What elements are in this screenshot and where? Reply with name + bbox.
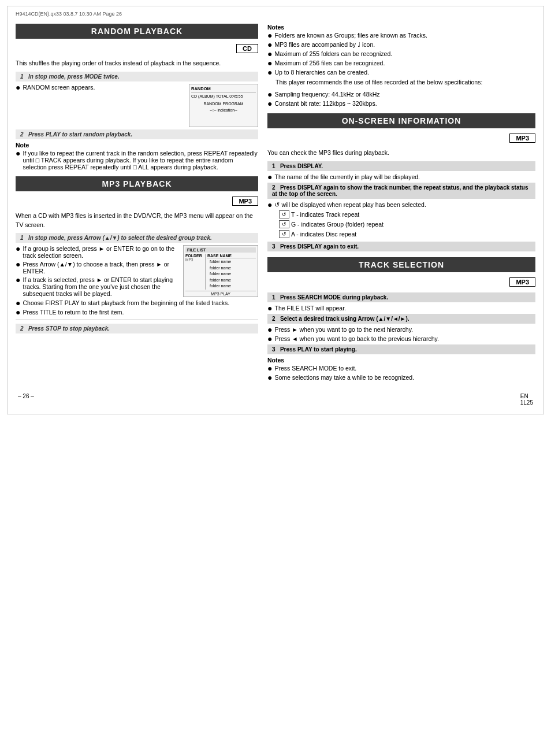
filelist-cols: FOLDER MP3 BASE NAME folder name folder … (185, 254, 256, 290)
mp3-step1-label: In stop mode, press Arrow (▲/▼) to selec… (28, 235, 212, 241)
track-note1: ● Press SEARCH MODE to exit. (267, 365, 535, 372)
random-intro: This shuffles the playing order of track… (16, 59, 258, 68)
random-step1-number: 1 (20, 73, 24, 80)
track-bullet3: ● Press ◄ when you want to go back to th… (267, 335, 535, 343)
track-step3-number: 3 (272, 346, 276, 353)
onscreen-title: ON-SCREEN INFORMATION (267, 113, 535, 128)
filelist-rows: folder name folder name folder name fold… (207, 259, 256, 290)
mp3-title: MP3 PLAYBACK (16, 176, 258, 191)
onscreen-section: ON-SCREEN INFORMATION MP3 You can check … (267, 113, 535, 251)
mp3-bullet4-text: Choose FIRST PLAY to start playback from… (23, 299, 229, 306)
onscreen-step1-label: Press DISPLAY. (280, 163, 323, 169)
track-step2-number: 2 (272, 316, 276, 322)
filelist-col2-area: BASE NAME folder name folder name folder… (206, 254, 256, 290)
random-step2: 2 Press PLAY to start random playback. (16, 129, 258, 139)
mp3-step1: 1 In stop mode, press Arrow (▲/▼) to sel… (16, 233, 258, 243)
notes-bullet4: ● Maximum of 256 files can be recognized… (267, 60, 535, 67)
random-bullet1: ● RANDOM screen appears. (16, 84, 184, 91)
random-title: RANDOM PLAYBACK (16, 24, 258, 39)
random-screen: RANDOM CD (ALBUM) TOTAL 0:45:55 RANDOM P… (189, 84, 258, 127)
track-step1: 1 Press SEARCH MODE during playback. (267, 292, 535, 302)
track-step3-label: Press PLAY to start playing. (280, 346, 357, 353)
notes-bullet7: ● Constant bit rate: 112kbps ~ 320kbps. (267, 100, 535, 108)
random-bullet1-text: RANDOM screen appears. (23, 84, 95, 91)
notes-bullet6: ● Sampling frequency: 44.1kHz or 48kHz (267, 91, 535, 98)
onscreen-step3-label: Press DISPLAY again to exit. (280, 243, 359, 250)
mp3-step1-number: 1 (20, 235, 24, 241)
filelist-screen: FILE LIST FOLDER MP3 BASE NAME folder na… (183, 245, 258, 297)
notes-bullet2: ● MP3 files are accompanied by ♩ icon. (267, 41, 535, 49)
left-column: RANDOM PLAYBACK CD This shuffles the pla… (16, 24, 258, 387)
onscreen-step1: 1 Press DISPLAY. (267, 161, 535, 171)
page-container: H9414CD(EN).qx33 03.8.7 10:30 AM Page 26… (7, 6, 544, 414)
onscreen-bullet2-text: ↺ will be displayed when repeat play has… (274, 201, 426, 208)
track-notes-label: Notes (267, 357, 535, 364)
mp3-step2-number: 2 (20, 325, 24, 332)
main-content: RANDOM PLAYBACK CD This shuffles the pla… (16, 24, 535, 387)
mp3-bullet5-text: Press TITLE to return to the first item. (23, 309, 124, 316)
repeat-icon-2: ↺ (279, 220, 289, 228)
right-column: Notes ● Folders are known as Groups; fil… (267, 24, 535, 387)
mp3-section: MP3 PLAYBACK MP3 When a CD with MP3 file… (16, 176, 258, 334)
mp3-badge-row: MP3 (16, 195, 258, 209)
mp3-bullet4: ● Choose FIRST PLAY to start playback fr… (16, 299, 258, 307)
random-badge-row: CD (16, 42, 258, 57)
track-bullet1: ● The FILE LIST will appear. (267, 305, 535, 312)
repeat-row1: ↺ T - indicates Track repeat (279, 210, 535, 218)
mp3-intro: When a CD with MP3 files is inserted in … (16, 212, 258, 230)
repeat-icon-1: ↺ (279, 210, 289, 218)
notes-section: Notes ● Folders are known as Groups; fil… (267, 24, 535, 108)
track-step2: 2 Select a desired track using Arrow (▲/… (267, 314, 535, 324)
notes-label: Notes (267, 24, 535, 31)
track-title: TRACK SELECTION (267, 257, 535, 272)
random-section: RANDOM PLAYBACK CD This shuffles the pla… (16, 24, 258, 171)
repeat-label-2: G - indicates Group (folder) repeat (291, 221, 384, 228)
onscreen-bullet2: ● ↺ will be displayed when repeat play h… (267, 201, 535, 209)
notes-spec-intro: This player recommends the use of files … (276, 78, 535, 87)
mp3-divider (16, 320, 258, 320)
random-step2-label: Press PLAY to start random playback. (28, 131, 132, 138)
track-bullet1-text: The FILE LIST will appear. (274, 305, 346, 312)
onscreen-step3: 3 Press DISPLAY again to exit. (267, 242, 535, 251)
onscreen-step2-label: Press DISPLAY again to show the track nu… (272, 184, 528, 197)
page-footer: – 26 – EN1L25 (16, 393, 535, 406)
random-step1-content: RANDOM CD (ALBUM) TOTAL 0:45:55 RANDOM P… (16, 84, 258, 129)
random-step1: 1 In stop mode, press MODE twice. (16, 72, 258, 81)
random-step2-number: 2 (20, 131, 24, 138)
onscreen-step2: 2 Press DISPLAY again to show the track … (267, 183, 535, 199)
onscreen-step3-number: 3 (272, 243, 276, 250)
track-section: TRACK SELECTION MP3 1 Press SEARCH MODE … (267, 257, 535, 381)
repeat-label-1: T - indicates Track repeat (291, 211, 359, 218)
random-screen-title: RANDOM (191, 86, 256, 92)
notes-bullet1: ● Folders are known as Groups; files are… (267, 32, 535, 39)
random-screen-line1: CD (ALBUM) TOTAL 0:45:55 (191, 94, 256, 99)
mp3-bullet3-text: If a track is selected, press ► or ENTER… (23, 276, 178, 297)
track-step1-label: Press SEARCH MODE during playback. (280, 294, 388, 301)
repeat-icon-3: ↺ (279, 230, 289, 238)
track-note2: ● Some selections may take a while to be… (267, 374, 535, 381)
track-step2-label: Select a desired track using Arrow (▲/▼/… (280, 316, 409, 322)
track-badge-row: MP3 (267, 276, 535, 290)
mp3-bullet1: ● If a group is selected, press ► or ENT… (16, 245, 178, 259)
notes-bullet5: ● Up to 8 hierarchies can be created. (267, 69, 535, 76)
onscreen-badge-row: MP3 (267, 132, 535, 146)
header-text: H9414CD(EN).qx33 03.8.7 10:30 AM Page 26 (16, 11, 535, 19)
random-screen-line2: RANDOM PROGRAM (191, 102, 256, 106)
random-step1-label: In stop mode, press MODE twice. (28, 73, 120, 80)
random-note-label: Note (16, 142, 258, 149)
track-step3: 3 Press PLAY to start playing. (267, 344, 535, 354)
onscreen-step2-number: 2 (272, 184, 276, 191)
mp3-bullet5: ● Press TITLE to return to the first ite… (16, 309, 258, 316)
filelist-col2-header: BASE NAME (207, 254, 256, 258)
random-note: ● If you like to repeat the current trac… (16, 150, 258, 171)
onscreen-bullet1-text: The name of the file currently in play w… (274, 173, 420, 180)
track-bullet2: ● Press ► when you want to go to the nex… (267, 326, 535, 333)
random-screen-line3: --:-- indication-- (191, 108, 256, 112)
mp3-bullet3: ● If a track is selected, press ► or ENT… (16, 276, 178, 297)
onscreen-bullet1: ● The name of the file currently in play… (267, 173, 535, 181)
mp3-step2: 2 Press STOP to stop playback. (16, 324, 258, 333)
random-note-dot: ● (16, 149, 20, 157)
filelist-header: FILE LIST (185, 247, 256, 253)
random-note-text: If you like to repeat the current track … (23, 150, 258, 171)
repeat-row3: ↺ A - indicates Disc repeat (279, 230, 535, 238)
